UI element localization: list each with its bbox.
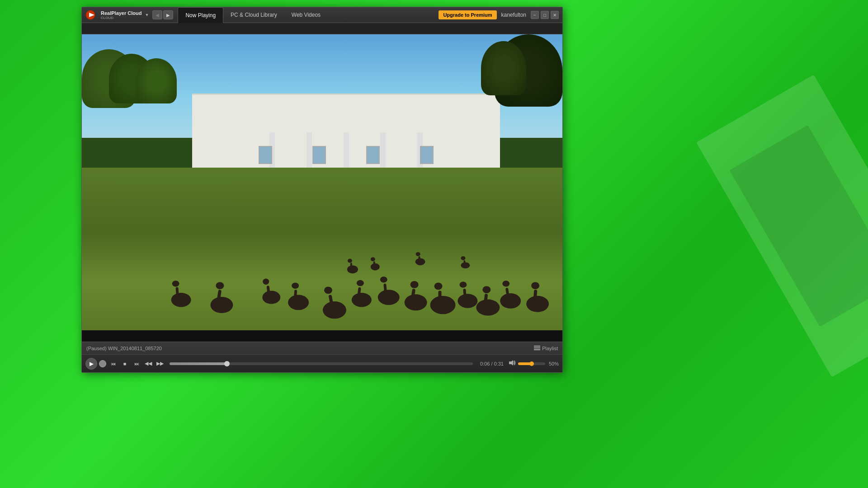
progress-fill	[170, 362, 227, 365]
time-current: 0:06	[480, 361, 490, 366]
svg-point-13	[292, 282, 299, 289]
status-bar: (Paused) WIN_20140811_085720 Playlist	[82, 342, 562, 354]
svg-point-46	[371, 257, 375, 261]
realplayer-logo-icon	[85, 10, 99, 20]
username-label: kanefulton	[501, 12, 526, 18]
maximize-button[interactable]: □	[541, 11, 549, 19]
volume-percentage: 50%	[549, 361, 559, 366]
controls-bar: ▶ ⏮ ■ ⏭ ◀◀ ▶▶ 0:06 / 0:31	[82, 354, 562, 372]
svg-point-16	[324, 286, 332, 294]
video-area	[82, 34, 562, 330]
secondary-bar	[82, 23, 562, 34]
svg-point-28	[434, 282, 443, 290]
playlist-icon	[534, 346, 540, 351]
mansion-window-2	[312, 146, 326, 164]
svg-point-37	[502, 281, 509, 287]
svg-rect-45	[373, 261, 375, 268]
volume-thumb[interactable]	[529, 361, 534, 366]
svg-rect-53	[534, 346, 540, 347]
svg-point-25	[410, 281, 419, 288]
svg-point-49	[416, 252, 420, 256]
svg-point-4	[172, 281, 179, 287]
playlist-label: Playlist	[542, 346, 558, 351]
svg-point-43	[348, 258, 352, 263]
nav-arrows: ◀ ▶	[152, 10, 173, 19]
svg-point-20	[378, 290, 400, 305]
volume-icon	[508, 359, 516, 366]
play-button[interactable]: ▶	[85, 358, 97, 370]
volume-button[interactable]	[508, 359, 516, 368]
goose-group	[171, 252, 549, 319]
playlist-button[interactable]: Playlist	[534, 346, 558, 351]
tree-r2	[481, 41, 526, 95]
svg-point-29	[458, 294, 477, 308]
svg-point-23	[405, 294, 427, 310]
upgrade-button[interactable]: Upgrade to Premium	[439, 10, 496, 19]
time-total: 0:31	[494, 361, 504, 366]
svg-point-41	[347, 265, 358, 273]
svg-marker-56	[509, 360, 513, 366]
svg-point-2	[171, 293, 191, 307]
svg-rect-48	[419, 256, 420, 263]
svg-point-8	[262, 291, 280, 304]
svg-point-32	[476, 299, 500, 315]
time-display: 0:06 / 0:31	[480, 361, 504, 366]
volume-bar[interactable]	[518, 362, 545, 365]
skip-forward-button[interactable]: ⏭	[132, 359, 142, 369]
svg-rect-54	[534, 347, 540, 348]
logo-dropdown-arrow[interactable]: ▼	[145, 13, 149, 17]
svg-rect-27	[439, 291, 442, 306]
svg-rect-51	[463, 260, 465, 267]
svg-point-52	[461, 256, 465, 260]
progress-bar[interactable]	[170, 362, 473, 365]
tab-pc-cloud[interactable]: PC & Cloud Library	[223, 7, 284, 23]
svg-point-14	[323, 301, 346, 319]
logo-text-area: RealPlayer Cloud CLOUD	[101, 10, 142, 20]
svg-point-22	[380, 277, 387, 283]
video-content	[82, 34, 562, 330]
tabs-container: Now Playing PC & Cloud Library Web Video…	[178, 7, 439, 23]
svg-point-50	[461, 262, 470, 268]
svg-rect-55	[534, 349, 540, 350]
svg-point-31	[459, 282, 467, 288]
svg-point-35	[500, 293, 521, 309]
rewind-button[interactable]: ◀◀	[143, 359, 153, 369]
minimize-button[interactable]: −	[531, 11, 539, 19]
svg-point-10	[263, 278, 269, 285]
fast-forward-button[interactable]: ▶▶	[155, 359, 165, 369]
forward-button[interactable]: ▶	[163, 10, 173, 19]
svg-rect-42	[350, 263, 352, 270]
mansion-window-1	[259, 146, 272, 164]
logo-area: RealPlayer Cloud CLOUD ▼	[85, 10, 149, 20]
svg-point-7	[216, 282, 224, 289]
stop-button[interactable]: ■	[120, 359, 130, 369]
window-controls: − □ ✕	[531, 11, 559, 19]
record-button[interactable]	[99, 360, 106, 367]
mansion-window-3	[366, 146, 380, 164]
player-window: RealPlayer Cloud CLOUD ▼ ◀ ▶ Now Playing…	[81, 7, 563, 373]
video-geese	[82, 168, 562, 330]
progress-thumb[interactable]	[224, 361, 230, 366]
svg-point-40	[531, 282, 539, 289]
svg-point-26	[430, 296, 456, 314]
svg-point-11	[288, 295, 309, 310]
tab-web-videos[interactable]: Web Videos	[284, 7, 328, 23]
bottom-black-bar	[82, 330, 562, 342]
svg-point-38	[526, 296, 549, 312]
svg-point-34	[482, 286, 491, 293]
svg-point-19	[357, 280, 364, 286]
svg-point-5	[210, 297, 233, 313]
close-button[interactable]: ✕	[551, 11, 559, 19]
title-bar: RealPlayer Cloud CLOUD ▼ ◀ ▶ Now Playing…	[82, 7, 562, 23]
back-button[interactable]: ◀	[152, 10, 162, 19]
status-text: (Paused) WIN_20140811_085720	[86, 346, 534, 351]
background-stripes	[687, 0, 868, 488]
logo-name: RealPlayer Cloud	[101, 10, 142, 16]
skip-back-button[interactable]: ⏮	[108, 359, 118, 369]
logo-sub: CLOUD	[101, 16, 142, 20]
tab-now-playing[interactable]: Now Playing	[178, 7, 223, 23]
svg-point-17	[352, 293, 372, 307]
